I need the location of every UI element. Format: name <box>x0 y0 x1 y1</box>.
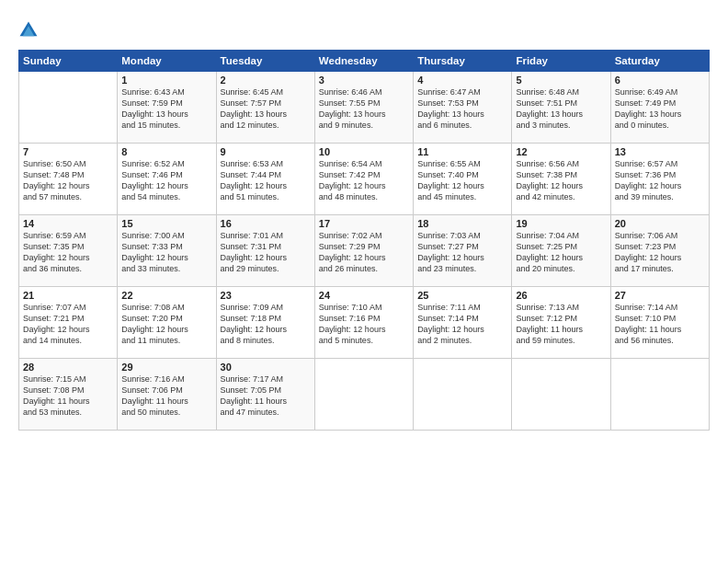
day-info: Sunrise: 7:16 AMSunset: 7:06 PMDaylight:… <box>121 373 211 419</box>
day-number: 11 <box>417 146 507 157</box>
day-info: Sunrise: 6:52 AMSunset: 7:46 PMDaylight:… <box>121 158 211 203</box>
day-number: 23 <box>221 290 311 301</box>
day-info: Sunrise: 7:01 AMSunset: 7:31 PMDaylight:… <box>221 230 311 275</box>
calendar-cell: 10Sunrise: 6:54 AMSunset: 7:42 PMDayligh… <box>314 144 413 215</box>
calendar-cell: 19Sunrise: 7:04 AMSunset: 7:25 PMDayligh… <box>512 215 610 287</box>
day-number: 10 <box>319 146 409 157</box>
week-row-2: 7Sunrise: 6:50 AMSunset: 7:48 PMDaylight… <box>19 144 710 215</box>
day-info: Sunrise: 6:49 AMSunset: 7:49 PMDaylight:… <box>615 86 705 132</box>
day-number: 20 <box>615 218 705 229</box>
day-info: Sunrise: 7:10 AMSunset: 7:16 PMDaylight:… <box>319 302 409 347</box>
calendar-cell: 22Sunrise: 7:08 AMSunset: 7:20 PMDayligh… <box>118 287 216 359</box>
calendar-cell: 21Sunrise: 7:07 AMSunset: 7:21 PMDayligh… <box>19 287 118 359</box>
day-info: Sunrise: 7:04 AMSunset: 7:25 PMDaylight:… <box>516 230 606 275</box>
calendar-cell <box>414 359 512 431</box>
logo-icon <box>18 20 39 40</box>
calendar-cell: 24Sunrise: 7:10 AMSunset: 7:16 PMDayligh… <box>314 287 413 359</box>
day-info: Sunrise: 6:53 AMSunset: 7:44 PMDaylight:… <box>221 158 311 203</box>
calendar-cell: 3Sunrise: 6:46 AMSunset: 7:55 PMDaylight… <box>314 72 413 144</box>
weekday-header-saturday: Saturday <box>610 51 709 72</box>
day-info: Sunrise: 6:57 AMSunset: 7:36 PMDaylight:… <box>615 158 705 203</box>
weekday-header-sunday: Sunday <box>19 51 118 72</box>
week-row-5: 28Sunrise: 7:15 AMSunset: 7:08 PMDayligh… <box>19 359 710 431</box>
day-info: Sunrise: 7:15 AMSunset: 7:08 PMDaylight:… <box>23 373 113 419</box>
calendar-cell <box>512 359 610 431</box>
day-number: 21 <box>23 290 113 301</box>
day-number: 28 <box>23 362 113 373</box>
calendar-cell: 17Sunrise: 7:02 AMSunset: 7:29 PMDayligh… <box>314 215 413 287</box>
calendar-cell: 26Sunrise: 7:13 AMSunset: 7:12 PMDayligh… <box>512 287 610 359</box>
day-info: Sunrise: 7:06 AMSunset: 7:23 PMDaylight:… <box>615 230 705 275</box>
calendar-cell: 8Sunrise: 6:52 AMSunset: 7:46 PMDaylight… <box>118 144 216 215</box>
day-number: 8 <box>121 146 211 157</box>
day-number: 15 <box>121 218 211 229</box>
calendar-cell <box>314 359 413 431</box>
calendar-cell: 9Sunrise: 6:53 AMSunset: 7:44 PMDaylight… <box>216 144 314 215</box>
day-info: Sunrise: 6:56 AMSunset: 7:38 PMDaylight:… <box>516 158 606 203</box>
calendar-cell: 4Sunrise: 6:47 AMSunset: 7:53 PMDaylight… <box>414 72 512 144</box>
weekday-header-row: SundayMondayTuesdayWednesdayThursdayFrid… <box>19 51 710 72</box>
logo <box>18 20 40 40</box>
weekday-header-monday: Monday <box>118 51 216 72</box>
calendar-cell: 18Sunrise: 7:03 AMSunset: 7:27 PMDayligh… <box>414 215 512 287</box>
day-info: Sunrise: 6:47 AMSunset: 7:53 PMDaylight:… <box>417 86 507 132</box>
calendar-cell: 29Sunrise: 7:16 AMSunset: 7:06 PMDayligh… <box>118 359 216 431</box>
day-number: 18 <box>417 218 507 229</box>
day-number: 1 <box>121 75 211 86</box>
day-info: Sunrise: 7:00 AMSunset: 7:33 PMDaylight:… <box>121 230 211 275</box>
day-number: 29 <box>121 362 211 373</box>
calendar-cell: 7Sunrise: 6:50 AMSunset: 7:48 PMDaylight… <box>19 144 118 215</box>
day-number: 4 <box>417 75 507 86</box>
day-info: Sunrise: 7:08 AMSunset: 7:20 PMDaylight:… <box>121 302 211 347</box>
calendar-cell: 5Sunrise: 6:48 AMSunset: 7:51 PMDaylight… <box>512 72 610 144</box>
day-info: Sunrise: 6:45 AMSunset: 7:57 PMDaylight:… <box>221 86 311 132</box>
calendar-cell: 16Sunrise: 7:01 AMSunset: 7:31 PMDayligh… <box>216 215 314 287</box>
day-info: Sunrise: 7:14 AMSunset: 7:10 PMDaylight:… <box>615 302 705 347</box>
calendar-cell: 25Sunrise: 7:11 AMSunset: 7:14 PMDayligh… <box>414 287 512 359</box>
calendar-cell <box>610 359 709 431</box>
day-number: 24 <box>319 290 409 301</box>
day-number: 3 <box>319 75 409 86</box>
calendar-cell: 11Sunrise: 6:55 AMSunset: 7:40 PMDayligh… <box>414 144 512 215</box>
calendar-cell: 23Sunrise: 7:09 AMSunset: 7:18 PMDayligh… <box>216 287 314 359</box>
calendar-cell: 2Sunrise: 6:45 AMSunset: 7:57 PMDaylight… <box>216 72 314 144</box>
calendar-cell: 27Sunrise: 7:14 AMSunset: 7:10 PMDayligh… <box>610 287 709 359</box>
calendar-cell: 1Sunrise: 6:43 AMSunset: 7:59 PMDaylight… <box>118 72 216 144</box>
weekday-header-friday: Friday <box>512 51 610 72</box>
weekday-header-thursday: Thursday <box>414 51 512 72</box>
day-number: 5 <box>516 75 606 86</box>
header <box>18 17 710 40</box>
weekday-header-tuesday: Tuesday <box>216 51 314 72</box>
day-number: 6 <box>615 75 705 86</box>
day-info: Sunrise: 7:11 AMSunset: 7:14 PMDaylight:… <box>417 302 507 347</box>
calendar-cell: 12Sunrise: 6:56 AMSunset: 7:38 PMDayligh… <box>512 144 610 215</box>
day-info: Sunrise: 6:48 AMSunset: 7:51 PMDaylight:… <box>516 86 606 132</box>
day-info: Sunrise: 7:02 AMSunset: 7:29 PMDaylight:… <box>319 230 409 275</box>
page: SundayMondayTuesdayWednesdayThursdayFrid… <box>0 0 728 563</box>
calendar-cell: 20Sunrise: 7:06 AMSunset: 7:23 PMDayligh… <box>610 215 709 287</box>
week-row-1: 1Sunrise: 6:43 AMSunset: 7:59 PMDaylight… <box>19 72 710 144</box>
day-number: 17 <box>319 218 409 229</box>
day-number: 25 <box>417 290 507 301</box>
day-number: 26 <box>516 290 606 301</box>
calendar-cell: 30Sunrise: 7:17 AMSunset: 7:05 PMDayligh… <box>216 359 314 431</box>
day-info: Sunrise: 6:46 AMSunset: 7:55 PMDaylight:… <box>319 86 409 132</box>
day-number: 22 <box>121 290 211 301</box>
calendar-cell: 6Sunrise: 6:49 AMSunset: 7:49 PMDaylight… <box>610 72 709 144</box>
week-row-3: 14Sunrise: 6:59 AMSunset: 7:35 PMDayligh… <box>19 215 710 287</box>
day-number: 19 <box>516 218 606 229</box>
weekday-header-wednesday: Wednesday <box>314 51 413 72</box>
day-number: 12 <box>516 146 606 157</box>
day-info: Sunrise: 7:17 AMSunset: 7:05 PMDaylight:… <box>221 373 311 419</box>
day-info: Sunrise: 6:59 AMSunset: 7:35 PMDaylight:… <box>23 230 113 275</box>
day-info: Sunrise: 6:55 AMSunset: 7:40 PMDaylight:… <box>417 158 507 203</box>
day-number: 27 <box>615 290 705 301</box>
day-number: 2 <box>221 75 311 86</box>
day-info: Sunrise: 7:03 AMSunset: 7:27 PMDaylight:… <box>417 230 507 275</box>
calendar-cell: 14Sunrise: 6:59 AMSunset: 7:35 PMDayligh… <box>19 215 118 287</box>
day-info: Sunrise: 6:43 AMSunset: 7:59 PMDaylight:… <box>121 86 211 132</box>
day-info: Sunrise: 7:07 AMSunset: 7:21 PMDaylight:… <box>23 302 113 347</box>
day-number: 7 <box>23 146 113 157</box>
calendar-cell: 15Sunrise: 7:00 AMSunset: 7:33 PMDayligh… <box>118 215 216 287</box>
day-info: Sunrise: 7:13 AMSunset: 7:12 PMDaylight:… <box>516 302 606 347</box>
